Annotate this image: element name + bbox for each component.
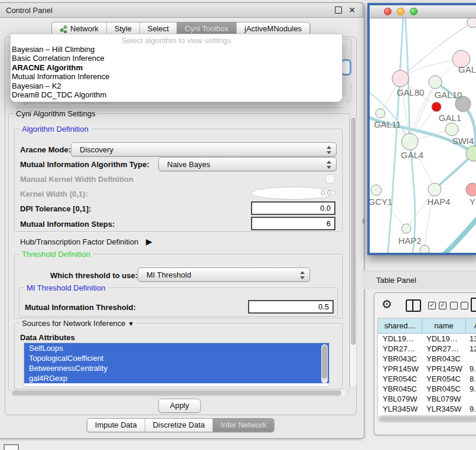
close-traffic-light[interactable] — [384, 8, 392, 15]
network-node-gcy1[interactable] — [371, 185, 382, 195]
network-node[interactable] — [467, 18, 476, 28]
minimize-traffic-light[interactable] — [397, 8, 405, 15]
table-row[interactable]: YBR043CYBR043C — [378, 354, 476, 364]
aracne-mode-combo[interactable]: Discovery — [71, 142, 337, 156]
table-row[interactable]: YER054CYER054C8. — [378, 374, 476, 384]
close-window-icon[interactable]: ✕ — [348, 7, 356, 13]
attributes-scrollbar-thumb[interactable] — [322, 345, 327, 379]
network-node-gal10[interactable] — [429, 76, 442, 89]
expanded-arrow-icon[interactable]: ▼ — [128, 320, 134, 327]
settings-scrollbar[interactable] — [350, 115, 357, 388]
split-columns-icon[interactable] — [406, 299, 421, 312]
algorithm-option-bayesian-hill-climbing[interactable]: Bayesian – Hill Climbing — [11, 45, 342, 54]
dpi-tolerance-field[interactable]: 0.0 — [251, 201, 335, 215]
settings-hscrollbar[interactable] — [9, 389, 347, 397]
sources-title: Sources for Network Inference ▼ — [19, 319, 136, 328]
column-header-a[interactable]: A — [466, 318, 476, 334]
collapsed-arrow-icon: ▶ — [146, 237, 152, 246]
network-node-gal80[interactable] — [392, 70, 409, 87]
network-node-hap4[interactable] — [428, 183, 441, 196]
node-label-gal4: GAL4 — [401, 150, 423, 160]
network-edge[interactable] — [400, 59, 461, 79]
algorithm-option-bayesian-k2[interactable]: Bayesian – K2 — [11, 81, 342, 90]
corner-widget[interactable] — [4, 444, 19, 450]
window-title: Control Panel — [6, 6, 53, 15]
table-cell: YPR145W — [383, 364, 419, 374]
mi-threshold-title: MI Threshold Definition — [24, 283, 107, 292]
mi-steps-field[interactable]: 6 — [251, 217, 335, 230]
network-icon — [60, 25, 67, 33]
table-row[interactable]: YDL19…YDL19…13 — [378, 334, 476, 344]
table-cell: YBR045C — [426, 384, 461, 394]
algorithm-definition-title: Algorithm Definition — [19, 125, 91, 133]
algorithm-option-dream8-dc-tdc-algorithm[interactable]: Dream8 DC_TDC Algorithm — [11, 90, 342, 99]
table-cell: YBR043C — [383, 354, 417, 364]
network-edge[interactable] — [439, 213, 476, 253]
attributes-scrollbar[interactable] — [321, 344, 328, 383]
data-attributes-list[interactable]: SelfLoopsTopologicalCoefficientBetweenne… — [24, 343, 330, 387]
table-cell: 9. — [470, 404, 476, 414]
network-node-gal11[interactable] — [376, 109, 385, 118]
zoom-traffic-light[interactable] — [410, 8, 418, 15]
which-threshold-combo[interactable]: MI Threshold — [138, 268, 310, 282]
manual-kernel-checkbox[interactable] — [325, 174, 335, 184]
manual-kernel-label: Manual Kernel Width Definition — [20, 175, 133, 184]
settings-hscrollbar-thumb[interactable] — [12, 390, 341, 396]
network-node-gal4[interactable] — [402, 133, 418, 150]
tab-discretize-data[interactable]: Discretize Data — [145, 419, 213, 432]
column-header-name[interactable]: name — [422, 318, 466, 334]
gear-icon[interactable]: ⚙ — [382, 296, 392, 312]
network-node[interactable] — [432, 102, 441, 112]
node-label-gal11: GAL11 — [374, 119, 401, 129]
export-table-icon[interactable] — [471, 298, 476, 312]
show-columns-icon[interactable]: ✓ ✓ — [428, 302, 446, 309]
table-cell: 9. — [470, 364, 476, 374]
network-window-titlebar[interactable] — [370, 5, 476, 18]
control-panel-titlebar: Control Panel ✕ — [0, 2, 363, 18]
attribute-item-selfloops[interactable]: SelfLoops — [24, 343, 329, 353]
table-hscrollbar-thumb[interactable] — [379, 416, 476, 422]
tab-label: Impute Data — [95, 419, 137, 432]
stepper-arrows-icon — [299, 270, 305, 280]
stepper-arrows-icon — [326, 145, 331, 155]
attribute-item-topologicalcoefficient[interactable]: TopologicalCoefficient — [24, 353, 329, 363]
table-cell: YDL19… — [383, 334, 414, 344]
table-row[interactable]: YLR345WYLR345W9. — [378, 404, 476, 414]
table-cell: YBR045C — [383, 384, 417, 394]
network-canvas[interactable]: GALGAL80GAL10GAL1GAL11SWI4GAL4GCY1HAP4YH… — [370, 18, 476, 253]
which-threshold-label: Which threshold to use: — [50, 271, 138, 280]
node-label-gal1: GAL1 — [439, 113, 461, 123]
network-node-y[interactable] — [466, 183, 476, 196]
network-edge[interactable] — [387, 18, 403, 253]
network-node-gal1[interactable] — [445, 123, 458, 136]
mi-type-combo[interactable]: Naive Bayes — [158, 157, 337, 171]
algorithm-option-basic-correlation-inference[interactable]: Basic Correlation Inference — [11, 54, 342, 63]
network-node[interactable] — [420, 245, 429, 253]
hub-section-toggle[interactable]: Hub/Transcription Factor Definition ▶ — [20, 237, 152, 246]
table-cell: YBL079W — [426, 394, 461, 404]
tab-infer-network[interactable]: Infer Network — [213, 419, 274, 432]
float-window-icon[interactable] — [335, 6, 342, 14]
table-row[interactable]: YPR145WYPR145W9. — [378, 364, 476, 374]
node-label-gal: GAL — [458, 64, 476, 74]
hide-columns-icon[interactable] — [450, 302, 468, 309]
algorithm-option-aracne-algorithm[interactable]: ARACNE Algorithm — [11, 63, 342, 72]
tab-impute-data[interactable]: Impute Data — [87, 419, 145, 432]
network-graph[interactable]: GALGAL80GAL10GAL1GAL11SWI4GAL4GCY1HAP4YH… — [370, 18, 476, 253]
settings-scrollbar-thumb[interactable] — [351, 118, 356, 345]
kernel-width-field[interactable]: 0.0 — [251, 187, 335, 200]
table-hscrollbar[interactable] — [377, 415, 476, 423]
apply-button[interactable]: Apply — [158, 399, 201, 413]
splitter-handle[interactable] — [363, 219, 365, 224]
which-threshold-value: MI Threshold — [146, 270, 191, 279]
network-view-window: GALGAL80GAL10GAL1GAL11SWI4GAL4GCY1HAP4YH… — [367, 3, 476, 255]
attribute-item-betweennesscentrality[interactable]: BetweennessCentrality — [24, 363, 329, 373]
network-node-hap2[interactable] — [402, 224, 411, 233]
attribute-item-gal4rgexp[interactable]: gal4RGexp — [24, 373, 329, 383]
table-row[interactable]: YBR045CYBR045C9. — [378, 384, 476, 394]
table-row[interactable]: YDR27…YDR27…12 — [378, 344, 476, 354]
column-header-shared[interactable]: shared… — [378, 318, 422, 334]
algorithm-option-mutual-information-inference[interactable]: Mutual Information Inference — [11, 72, 342, 81]
mi-threshold-field[interactable]: 0.5 — [248, 300, 334, 314]
table-row[interactable]: YBL079WYBL079W — [378, 394, 476, 404]
